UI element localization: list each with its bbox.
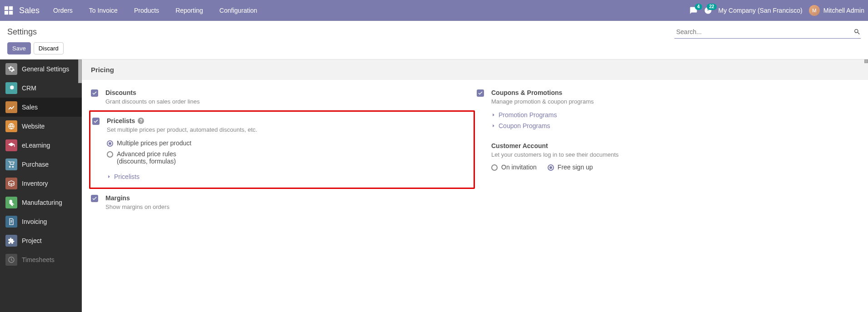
sidebar-item-label: Sales xyxy=(22,104,38,111)
setting-title: Margins xyxy=(105,194,473,202)
app-brand[interactable]: Sales xyxy=(19,6,40,15)
sidebar-item-manufacturing[interactable]: Manufacturing xyxy=(0,193,82,212)
sidebar-item-label: Website xyxy=(22,123,45,130)
setting-desc: Manage promotion & coupon programs xyxy=(491,98,859,105)
sidebar-item-label: Purchase xyxy=(22,161,49,168)
graduation-icon xyxy=(5,139,17,151)
link-promotion-programs[interactable]: Promotion Programs xyxy=(491,109,859,120)
setting-coupons: Coupons & Promotions Manage promotion & … xyxy=(475,84,861,137)
checkbox-coupons[interactable] xyxy=(477,89,484,97)
setting-desc: Let your customers log in to see their d… xyxy=(491,151,859,158)
chart-icon xyxy=(5,101,17,113)
radio-icon xyxy=(107,140,113,147)
radio-icon xyxy=(107,151,113,158)
nav-products[interactable]: Products xyxy=(131,5,162,16)
sidebar-item-purchase[interactable]: Purchase xyxy=(0,155,82,174)
sidebar-item-timesheets[interactable]: Timesheets xyxy=(0,250,82,269)
arrow-right-icon xyxy=(107,174,111,179)
nav-reporting[interactable]: Reporting xyxy=(173,5,206,16)
section-pricing: Pricing xyxy=(82,59,868,80)
link-coupon-programs[interactable]: Coupon Programs xyxy=(491,120,859,131)
messages-icon[interactable]: 4 xyxy=(689,6,698,15)
user-name: Mitchell Admin xyxy=(823,7,864,14)
radio-icon xyxy=(548,164,554,171)
setting-title: Discounts xyxy=(105,89,473,96)
company-selector[interactable]: My Company (San Francisco) xyxy=(718,7,803,14)
sidebar-item-elearning[interactable]: eLearning xyxy=(0,136,82,155)
nav-orders[interactable]: Orders xyxy=(50,5,75,16)
save-button[interactable]: Save xyxy=(7,42,31,54)
setting-title: Customer Account xyxy=(491,142,859,149)
svg-rect-3 xyxy=(9,11,13,15)
sidebar-item-inventory[interactable]: Inventory xyxy=(0,174,82,193)
svg-rect-0 xyxy=(5,6,8,10)
setting-desc: Set multiple prices per product, automat… xyxy=(107,126,468,133)
cart-icon xyxy=(5,158,17,170)
sidebar-item-label: Manufacturing xyxy=(22,199,62,206)
messages-badge: 4 xyxy=(695,4,702,10)
arrow-right-icon xyxy=(491,113,496,117)
search-input[interactable] xyxy=(674,25,853,38)
gear-icon xyxy=(5,63,17,75)
setting-customer-account: Customer Account Let your customers log … xyxy=(475,137,861,178)
wrench-icon xyxy=(5,197,17,208)
discard-button[interactable]: Discard xyxy=(34,42,64,54)
checkbox-margins[interactable] xyxy=(91,195,98,202)
nav-menu: Orders To Invoice Products Reporting Con… xyxy=(50,5,260,16)
setting-title: Coupons & Promotions xyxy=(491,89,859,96)
settings-content: Pricing Discounts Grant discounts on sal… xyxy=(82,59,868,312)
settings-sidebar: General Settings CRM Sales Website eLear… xyxy=(0,59,82,312)
sidebar-item-project[interactable]: Project xyxy=(0,231,82,250)
apps-icon[interactable] xyxy=(4,5,14,15)
sidebar-item-label: Timesheets xyxy=(22,256,55,263)
search-box[interactable] xyxy=(674,25,861,39)
radio-icon xyxy=(491,164,498,171)
svg-rect-2 xyxy=(5,11,8,15)
sidebar-item-label: CRM xyxy=(22,84,36,92)
svg-rect-1 xyxy=(9,6,13,10)
globe-icon xyxy=(5,120,17,132)
top-navbar: Sales Orders To Invoice Products Reporti… xyxy=(0,0,868,21)
setting-desc: Grant discounts on sales order lines xyxy=(105,98,473,105)
radio-multiple-prices[interactable]: Multiple prices per product xyxy=(107,138,468,149)
search-icon[interactable] xyxy=(853,28,861,35)
highlight-pricelists: Pricelists ? Set multiple prices per pro… xyxy=(89,110,475,189)
setting-pricelists: Pricelists ? Set multiple prices per pro… xyxy=(90,112,470,188)
sidebar-item-label: Invoicing xyxy=(22,218,47,225)
radio-on-invitation[interactable]: On invitation xyxy=(491,162,537,173)
nav-toinvoice[interactable]: To Invoice xyxy=(86,5,120,16)
control-panel: Settings Save Discard xyxy=(0,21,868,59)
invoice-icon xyxy=(5,216,17,228)
sidebar-item-label: General Settings xyxy=(22,65,69,73)
link-pricelists[interactable]: Pricelists xyxy=(107,171,468,182)
arrow-right-icon xyxy=(491,124,496,128)
box-icon xyxy=(5,178,17,189)
sidebar-item-general[interactable]: General Settings xyxy=(0,59,82,79)
setting-margins: Margins Show margins on orders xyxy=(89,189,475,216)
activities-badge: 22 xyxy=(707,4,716,10)
nav-configuration[interactable]: Configuration xyxy=(217,5,260,16)
sidebar-item-invoicing[interactable]: Invoicing xyxy=(0,212,82,231)
setting-desc: Show margins on orders xyxy=(105,203,473,210)
sidebar-item-website[interactable]: Website xyxy=(0,117,82,136)
sidebar-item-label: Project xyxy=(22,237,42,244)
checkbox-discounts[interactable] xyxy=(91,89,98,97)
checkbox-pricelists[interactable] xyxy=(92,118,100,125)
sidebar-item-sales[interactable]: Sales xyxy=(0,98,82,117)
clock-icon xyxy=(5,254,17,266)
sidebar-item-label: Inventory xyxy=(22,180,48,187)
sidebar-item-crm[interactable]: CRM xyxy=(0,79,82,98)
setting-discounts: Discounts Grant discounts on sales order… xyxy=(89,84,475,110)
puzzle-icon xyxy=(5,235,17,247)
help-icon[interactable]: ? xyxy=(138,118,144,124)
setting-title: Pricelists ? xyxy=(107,117,468,124)
radio-free-signup[interactable]: Free sign up xyxy=(548,162,593,173)
radio-advanced-rules[interactable]: Advanced price rules (discounts, formula… xyxy=(107,149,468,167)
breadcrumb: Settings xyxy=(7,27,37,37)
sidebar-item-label: eLearning xyxy=(22,142,50,149)
user-menu[interactable]: M Mitchell Admin xyxy=(809,5,864,16)
activities-icon[interactable]: 22 xyxy=(704,6,712,15)
avatar: M xyxy=(809,5,820,16)
handshake-icon xyxy=(5,82,17,94)
